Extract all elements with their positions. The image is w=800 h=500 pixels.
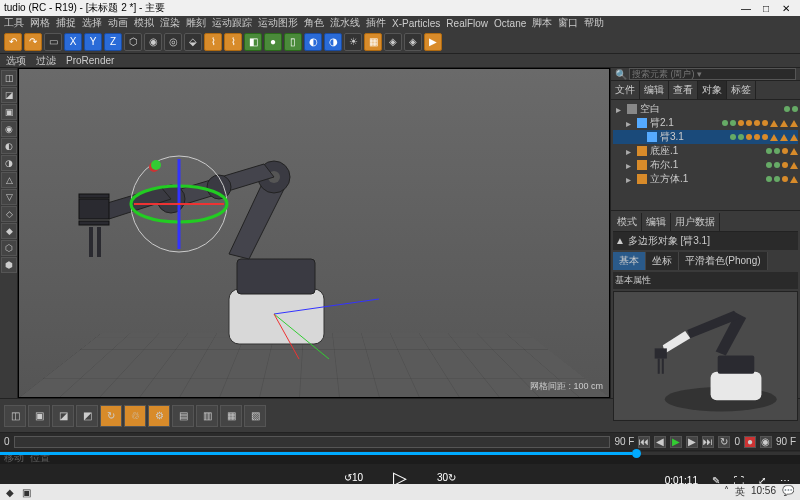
lefttool-2-icon[interactable]: ▣ bbox=[1, 104, 17, 120]
axis-y-icon[interactable]: Y bbox=[84, 33, 102, 51]
hierarchy-item-臂2.1[interactable]: ▸臂2.1 bbox=[613, 116, 798, 130]
btool-3-icon[interactable]: ◩ bbox=[76, 405, 98, 427]
objtab-查看[interactable]: 查看 bbox=[669, 81, 698, 99]
taskbar-app-icon[interactable]: ◆ bbox=[6, 487, 14, 498]
btool-2-icon[interactable]: ◪ bbox=[52, 405, 74, 427]
spline2-icon[interactable]: ⌇ bbox=[224, 33, 242, 51]
sub-filter[interactable]: 过滤 bbox=[36, 54, 56, 68]
lefttool-0-icon[interactable]: ◫ bbox=[1, 70, 17, 86]
timeline-track[interactable] bbox=[14, 436, 611, 448]
lefttool-5-icon[interactable]: ◑ bbox=[1, 155, 17, 171]
cube-icon[interactable]: ◧ bbox=[244, 33, 262, 51]
sphere-icon[interactable]: ● bbox=[264, 33, 282, 51]
render-preview[interactable] bbox=[613, 291, 798, 421]
attrtop-用户数据[interactable]: 用户数据 bbox=[671, 213, 720, 231]
btool-9-icon[interactable]: ▦ bbox=[220, 405, 242, 427]
menu-捕捉[interactable]: 捕捉 bbox=[56, 16, 76, 30]
lefttool-4-icon[interactable]: ◐ bbox=[1, 138, 17, 154]
lefttool-11-icon[interactable]: ⬢ bbox=[1, 257, 17, 273]
btool-0-icon[interactable]: ◫ bbox=[4, 405, 26, 427]
tl-prev-icon[interactable]: ◀ bbox=[654, 436, 666, 448]
timeline-end2[interactable]: 90 F bbox=[776, 436, 796, 447]
timeline-end[interactable]: 90 F bbox=[614, 436, 634, 447]
video-back10-icon[interactable]: ↺10 bbox=[344, 472, 363, 483]
hierarchy-item-布尔.1[interactable]: ▸布尔.1 bbox=[613, 158, 798, 172]
undo-icon[interactable]: ↶ bbox=[4, 33, 22, 51]
tray-ime[interactable]: 英 bbox=[735, 485, 745, 499]
hierarchy-item-空白[interactable]: ▸空白 bbox=[613, 102, 798, 116]
menu-窗口[interactable]: 窗口 bbox=[558, 16, 578, 30]
def2-icon[interactable]: ◈ bbox=[404, 33, 422, 51]
tl-next-icon[interactable]: ▶ bbox=[686, 436, 698, 448]
prim2-icon[interactable]: ◑ bbox=[324, 33, 342, 51]
tl-play-icon[interactable]: ▶ bbox=[670, 436, 682, 448]
robot-arm-model[interactable] bbox=[49, 99, 379, 359]
lefttool-8-icon[interactable]: ◇ bbox=[1, 206, 17, 222]
windows-taskbar[interactable]: ◆ ▣ ˄ 英 10:56 💬 bbox=[0, 484, 800, 500]
menu-工具[interactable]: 工具 bbox=[4, 16, 24, 30]
render-icon[interactable]: ▶ bbox=[424, 33, 442, 51]
floor-icon[interactable]: ▦ bbox=[364, 33, 382, 51]
menu-X-Particles[interactable]: X-Particles bbox=[392, 18, 440, 29]
lefttool-9-icon[interactable]: ◆ bbox=[1, 223, 17, 239]
search-input[interactable] bbox=[629, 68, 796, 80]
tl-ffwd-icon[interactable]: ⏭ bbox=[702, 436, 714, 448]
redo-icon[interactable]: ↷ bbox=[24, 33, 42, 51]
menu-帮助[interactable]: 帮助 bbox=[584, 16, 604, 30]
timeline[interactable]: 0 90 F ⏮ ◀ ▶ ▶ ⏭ ↻ 0 ● ◉ 90 F bbox=[0, 432, 800, 450]
taskbar-app2-icon[interactable]: ▣ bbox=[22, 487, 31, 498]
btool-7-icon[interactable]: ▤ bbox=[172, 405, 194, 427]
attrtab-0[interactable]: 基本 bbox=[613, 252, 646, 270]
objtab-标签[interactable]: 标签 bbox=[727, 81, 756, 99]
btool-4-icon[interactable]: ↻ bbox=[100, 405, 122, 427]
btool-6-icon[interactable]: ⚙ bbox=[148, 405, 170, 427]
cam2-icon[interactable]: ◎ bbox=[164, 33, 182, 51]
menu-雕刻[interactable]: 雕刻 bbox=[186, 16, 206, 30]
menu-流水线[interactable]: 流水线 bbox=[330, 16, 360, 30]
minimize-button[interactable]: — bbox=[740, 3, 752, 14]
video-seek-bar[interactable] bbox=[0, 452, 800, 455]
tl-rewind-icon[interactable]: ⏮ bbox=[638, 436, 650, 448]
spline1-icon[interactable]: ⌇ bbox=[204, 33, 222, 51]
menu-运动跟踪[interactable]: 运动跟踪 bbox=[212, 16, 252, 30]
objtab-编辑[interactable]: 编辑 bbox=[640, 81, 669, 99]
menu-选择[interactable]: 选择 bbox=[82, 16, 102, 30]
menu-动画[interactable]: 动画 bbox=[108, 16, 128, 30]
menu-运动图形[interactable]: 运动图形 bbox=[258, 16, 298, 30]
hierarchy-item-底座.1[interactable]: ▸底座.1 bbox=[613, 144, 798, 158]
objtab-对象[interactable]: 对象 bbox=[698, 81, 727, 99]
cam3-icon[interactable]: ⬙ bbox=[184, 33, 202, 51]
light-icon[interactable]: ☀ bbox=[344, 33, 362, 51]
lefttool-3-icon[interactable]: ◉ bbox=[1, 121, 17, 137]
maximize-button[interactable]: □ bbox=[760, 3, 772, 14]
menu-RealFlow[interactable]: RealFlow bbox=[446, 18, 488, 29]
attrtab-2[interactable]: 平滑着色(Phong) bbox=[679, 252, 768, 270]
menu-模拟[interactable]: 模拟 bbox=[134, 16, 154, 30]
tray-notif-icon[interactable]: 💬 bbox=[782, 485, 794, 499]
hierarchy-item-立方体.1[interactable]: ▸立方体.1 bbox=[613, 172, 798, 186]
lefttool-1-icon[interactable]: ◪ bbox=[1, 87, 17, 103]
prim1-icon[interactable]: ◐ bbox=[304, 33, 322, 51]
attrtab-1[interactable]: 坐标 bbox=[646, 252, 679, 270]
sub-options[interactable]: 选项 bbox=[6, 54, 26, 68]
btool-8-icon[interactable]: ▥ bbox=[196, 405, 218, 427]
cam1-icon[interactable]: ◉ bbox=[144, 33, 162, 51]
attrtop-编辑[interactable]: 编辑 bbox=[642, 213, 671, 231]
timeline-cur[interactable]: 0 bbox=[734, 436, 740, 447]
menu-Octane[interactable]: Octane bbox=[494, 18, 526, 29]
tray-up-icon[interactable]: ˄ bbox=[724, 485, 729, 499]
magnet-icon[interactable]: ⬡ bbox=[124, 33, 142, 51]
axis-x-icon[interactable]: X bbox=[64, 33, 82, 51]
menu-渲染[interactable]: 渲染 bbox=[160, 16, 180, 30]
hierarchy-item-臂3.1[interactable]: 臂3.1 bbox=[613, 130, 798, 144]
lefttool-6-icon[interactable]: △ bbox=[1, 172, 17, 188]
tl-auto-icon[interactable]: ◉ bbox=[760, 436, 772, 448]
sel-icon[interactable]: ▭ bbox=[44, 33, 62, 51]
def1-icon[interactable]: ◈ bbox=[384, 33, 402, 51]
attrtop-模式[interactable]: 模式 bbox=[613, 213, 642, 231]
lefttool-7-icon[interactable]: ▽ bbox=[1, 189, 17, 205]
tl-key-icon[interactable]: ● bbox=[744, 436, 756, 448]
object-hierarchy[interactable]: ▸空白▸臂2.1臂3.1▸底座.1▸布尔.1▸立方体.1 bbox=[611, 100, 800, 210]
btool-5-icon[interactable]: ♲ bbox=[124, 405, 146, 427]
tl-loop-icon[interactable]: ↻ bbox=[718, 436, 730, 448]
